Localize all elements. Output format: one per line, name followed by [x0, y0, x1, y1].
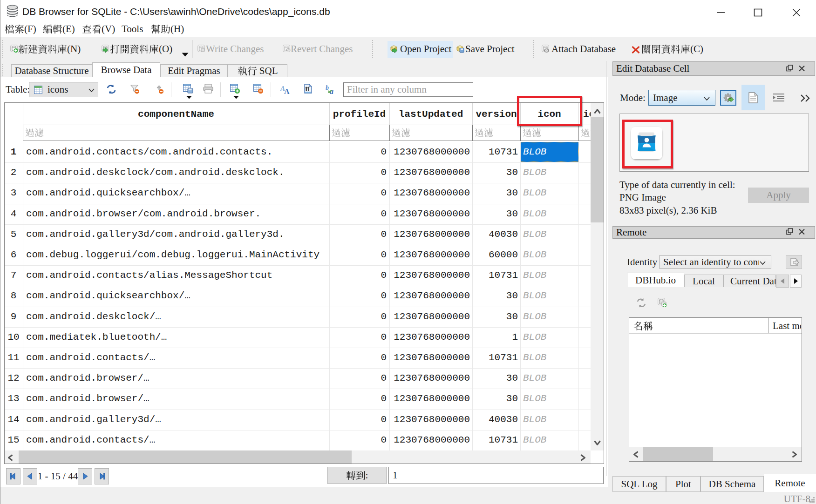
svg-text:A: A — [284, 87, 290, 94]
svg-text:b: b — [326, 84, 329, 91]
